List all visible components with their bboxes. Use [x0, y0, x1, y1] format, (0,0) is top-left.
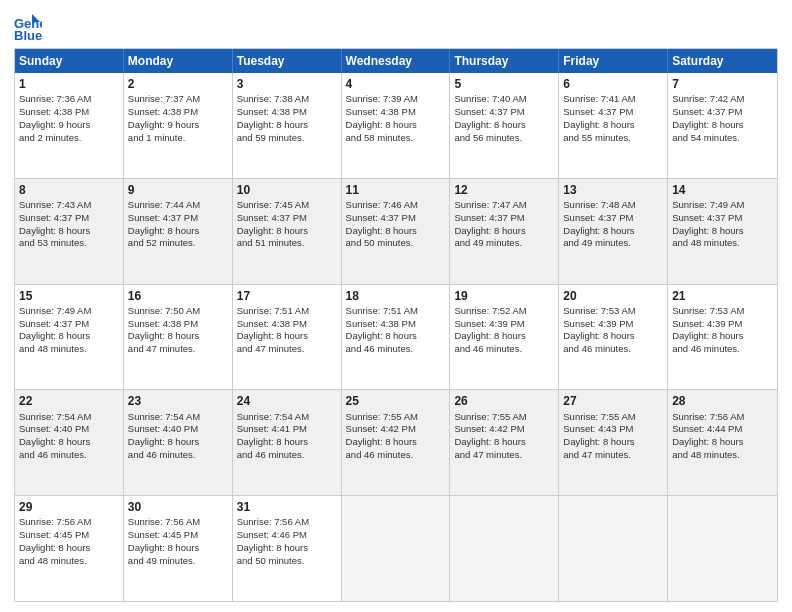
- day-info-line: and 47 minutes.: [128, 343, 228, 356]
- day-number: 22: [19, 393, 119, 409]
- day-info-line: Sunrise: 7:44 AM: [128, 199, 228, 212]
- day-info-line: Sunrise: 7:56 AM: [19, 516, 119, 529]
- day-number: 19: [454, 288, 554, 304]
- day-info-line: and 47 minutes.: [454, 449, 554, 462]
- day-info-line: Sunrise: 7:41 AM: [563, 93, 663, 106]
- day-cell-19: 19Sunrise: 7:52 AMSunset: 4:39 PMDayligh…: [450, 285, 559, 390]
- day-info-line: Sunset: 4:38 PM: [346, 106, 446, 119]
- day-info-line: Sunset: 4:37 PM: [563, 212, 663, 225]
- day-number: 6: [563, 76, 663, 92]
- day-info-line: Sunrise: 7:46 AM: [346, 199, 446, 212]
- day-cell-29: 29Sunrise: 7:56 AMSunset: 4:45 PMDayligh…: [15, 496, 124, 601]
- day-info-line: and 48 minutes.: [19, 343, 119, 356]
- empty-cell: [559, 496, 668, 601]
- calendar-body: 1Sunrise: 7:36 AMSunset: 4:38 PMDaylight…: [15, 73, 777, 601]
- day-info-line: and 49 minutes.: [454, 237, 554, 250]
- day-cell-9: 9Sunrise: 7:44 AMSunset: 4:37 PMDaylight…: [124, 179, 233, 284]
- day-cell-15: 15Sunrise: 7:49 AMSunset: 4:37 PMDayligh…: [15, 285, 124, 390]
- day-cell-10: 10Sunrise: 7:45 AMSunset: 4:37 PMDayligh…: [233, 179, 342, 284]
- day-number: 30: [128, 499, 228, 515]
- day-cell-6: 6Sunrise: 7:41 AMSunset: 4:37 PMDaylight…: [559, 73, 668, 178]
- day-info-line: Daylight: 8 hours: [19, 436, 119, 449]
- day-info-line: Daylight: 8 hours: [563, 330, 663, 343]
- day-info-line: and 51 minutes.: [237, 237, 337, 250]
- day-header-tuesday: Tuesday: [233, 49, 342, 73]
- day-info-line: Daylight: 8 hours: [128, 225, 228, 238]
- day-info-line: and 54 minutes.: [672, 132, 773, 145]
- day-number: 16: [128, 288, 228, 304]
- day-info-line: Daylight: 9 hours: [128, 119, 228, 132]
- day-info-line: Sunrise: 7:54 AM: [237, 411, 337, 424]
- day-info-line: Sunrise: 7:53 AM: [672, 305, 773, 318]
- day-number: 12: [454, 182, 554, 198]
- day-cell-3: 3Sunrise: 7:38 AMSunset: 4:38 PMDaylight…: [233, 73, 342, 178]
- day-info-line: and 49 minutes.: [563, 237, 663, 250]
- day-info-line: Sunrise: 7:54 AM: [128, 411, 228, 424]
- day-info-line: and 52 minutes.: [128, 237, 228, 250]
- day-info-line: Sunrise: 7:55 AM: [563, 411, 663, 424]
- logo-icon: General Blue: [14, 14, 42, 42]
- day-info-line: Sunset: 4:41 PM: [237, 423, 337, 436]
- day-info-line: Sunset: 4:40 PM: [128, 423, 228, 436]
- day-info-line: and 47 minutes.: [237, 343, 337, 356]
- day-info-line: and 46 minutes.: [237, 449, 337, 462]
- day-cell-8: 8Sunrise: 7:43 AMSunset: 4:37 PMDaylight…: [15, 179, 124, 284]
- day-info-line: Sunrise: 7:48 AM: [563, 199, 663, 212]
- day-info-line: Daylight: 8 hours: [128, 436, 228, 449]
- day-info-line: Sunset: 4:43 PM: [563, 423, 663, 436]
- day-info-line: and 49 minutes.: [128, 555, 228, 568]
- calendar-header: SundayMondayTuesdayWednesdayThursdayFrid…: [15, 49, 777, 73]
- day-number: 31: [237, 499, 337, 515]
- day-info-line: Sunset: 4:37 PM: [672, 106, 773, 119]
- day-cell-1: 1Sunrise: 7:36 AMSunset: 4:38 PMDaylight…: [15, 73, 124, 178]
- day-info-line: and 46 minutes.: [563, 343, 663, 356]
- day-number: 5: [454, 76, 554, 92]
- day-info-line: and 46 minutes.: [454, 343, 554, 356]
- day-cell-14: 14Sunrise: 7:49 AMSunset: 4:37 PMDayligh…: [668, 179, 777, 284]
- day-info-line: Sunrise: 7:40 AM: [454, 93, 554, 106]
- day-info-line: Sunrise: 7:49 AM: [19, 305, 119, 318]
- day-cell-26: 26Sunrise: 7:55 AMSunset: 4:42 PMDayligh…: [450, 390, 559, 495]
- empty-cell: [668, 496, 777, 601]
- day-info-line: Daylight: 8 hours: [128, 542, 228, 555]
- day-info-line: Sunrise: 7:55 AM: [346, 411, 446, 424]
- day-info-line: Sunrise: 7:53 AM: [563, 305, 663, 318]
- day-info-line: Sunrise: 7:51 AM: [237, 305, 337, 318]
- day-info-line: and 48 minutes.: [19, 555, 119, 568]
- day-cell-12: 12Sunrise: 7:47 AMSunset: 4:37 PMDayligh…: [450, 179, 559, 284]
- day-info-line: Sunrise: 7:56 AM: [237, 516, 337, 529]
- logo: General Blue: [14, 14, 46, 42]
- day-info-line: Daylight: 8 hours: [19, 330, 119, 343]
- day-info-line: Sunset: 4:42 PM: [454, 423, 554, 436]
- day-header-thursday: Thursday: [450, 49, 559, 73]
- day-number: 8: [19, 182, 119, 198]
- day-info-line: and 59 minutes.: [237, 132, 337, 145]
- day-header-saturday: Saturday: [668, 49, 777, 73]
- day-info-line: and 47 minutes.: [563, 449, 663, 462]
- day-info-line: Sunset: 4:38 PM: [128, 106, 228, 119]
- day-cell-4: 4Sunrise: 7:39 AMSunset: 4:38 PMDaylight…: [342, 73, 451, 178]
- day-info-line: Sunrise: 7:55 AM: [454, 411, 554, 424]
- day-header-wednesday: Wednesday: [342, 49, 451, 73]
- day-info-line: and 50 minutes.: [346, 237, 446, 250]
- day-info-line: Daylight: 8 hours: [454, 119, 554, 132]
- day-info-line: Sunset: 4:40 PM: [19, 423, 119, 436]
- day-info-line: Sunrise: 7:38 AM: [237, 93, 337, 106]
- day-info-line: Sunset: 4:39 PM: [454, 318, 554, 331]
- day-info-line: Sunset: 4:37 PM: [454, 212, 554, 225]
- day-info-line: Sunset: 4:37 PM: [346, 212, 446, 225]
- day-number: 7: [672, 76, 773, 92]
- day-info-line: Daylight: 8 hours: [563, 119, 663, 132]
- calendar-row-1: 1Sunrise: 7:36 AMSunset: 4:38 PMDaylight…: [15, 73, 777, 178]
- day-info-line: Sunset: 4:37 PM: [454, 106, 554, 119]
- day-info-line: and 50 minutes.: [237, 555, 337, 568]
- day-number: 25: [346, 393, 446, 409]
- day-info-line: Sunrise: 7:47 AM: [454, 199, 554, 212]
- day-info-line: Daylight: 8 hours: [237, 119, 337, 132]
- day-cell-18: 18Sunrise: 7:51 AMSunset: 4:38 PMDayligh…: [342, 285, 451, 390]
- day-number: 11: [346, 182, 446, 198]
- day-info-line: Daylight: 8 hours: [237, 330, 337, 343]
- day-info-line: Sunset: 4:37 PM: [19, 212, 119, 225]
- svg-text:Blue: Blue: [14, 28, 42, 42]
- day-info-line: Sunset: 4:38 PM: [128, 318, 228, 331]
